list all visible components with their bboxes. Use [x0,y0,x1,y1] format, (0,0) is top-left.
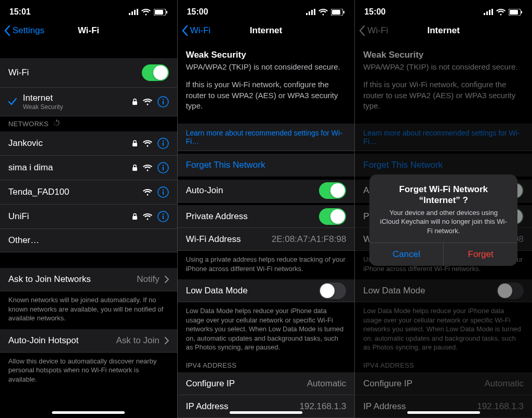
chevron-right-icon [165,337,169,344]
home-indicator[interactable] [407,411,480,414]
wifi-status-icon [141,9,151,16]
configure-ip-label: Configure IP [186,379,235,389]
svg-rect-41 [484,13,485,15]
svg-rect-43 [489,10,490,15]
auto-join-hotspot-row[interactable]: Auto-Join Hotspot Ask to Join [0,329,177,353]
weak-security-title: Weak Security [363,50,524,60]
connected-network-row[interactable]: Internet Weak Security [0,88,177,116]
network-name: Tenda_FAD100 [8,187,143,197]
cellular-signal-icon [129,9,138,15]
home-indicator[interactable] [52,411,125,414]
svg-rect-34 [306,13,308,15]
private-address-row: Private Address [178,205,355,228]
svg-rect-36 [311,10,313,15]
network-row[interactable]: sima i dima [0,156,177,180]
low-data-mode-toggle[interactable] [319,282,346,299]
auto-join-label: Auto-Join [186,185,223,196]
weak-security-line2: If this is your Wi-Fi network, configure… [363,79,524,111]
lock-icon [132,140,138,147]
svg-point-9 [162,99,163,100]
network-name: Jankovic [8,138,132,149]
wifi-strength-icon [143,189,152,196]
svg-point-32 [162,213,163,214]
low-data-mode-toggle [497,282,524,299]
forget-network-button[interactable]: Forget This Network [178,154,355,177]
wifi-address-label: Wi-Fi Address [186,234,241,245]
network-name: UniFi [8,211,132,222]
ip-address-label: IP Address [186,401,229,412]
configure-ip-row[interactable]: Configure IP Automatic [178,372,355,395]
status-bar: 15:00 [355,0,532,20]
auto-join-hotspot-value: Ask to Join [116,335,159,346]
auto-join-row: Auto-Join [178,180,355,203]
private-address-label: Private Address [186,211,248,222]
other-network-row[interactable]: Other… [0,229,177,252]
svg-rect-29 [163,191,164,195]
status-time: 15:00 [187,7,208,17]
wifi-toggle-label: Wi-Fi [8,68,29,78]
svg-line-12 [58,121,59,122]
weak-security-line1: WPA/WPA2 (TKIP) is not considered secure… [186,62,347,72]
svg-line-18 [54,121,55,122]
wifi-toggle[interactable] [142,64,169,81]
wifi-strength-icon [143,99,152,105]
svg-rect-2 [134,10,136,15]
weak-security-block: Weak Security WPA/WPA2 (TKIP) is not con… [178,43,355,124]
status-bar: 15:00 [178,0,355,20]
svg-point-21 [162,140,163,141]
network-row[interactable]: Tenda_FAD100 [0,180,177,205]
svg-line-16 [54,125,55,126]
cellular-signal-icon [306,9,315,15]
ip-address-row: IP Address 192.168.1.3 [355,395,532,418]
svg-point-25 [162,165,163,166]
svg-rect-22 [163,142,164,146]
nav-bar: Wi-Fi Internet [355,20,532,43]
chevron-right-icon [165,276,169,283]
wifi-strength-icon [143,213,152,220]
cancel-button[interactable]: Cancel [369,243,444,266]
svg-rect-44 [491,9,493,15]
home-indicator[interactable] [230,411,302,414]
ask-to-join-row[interactable]: Ask to Join Networks Notify [0,268,177,291]
alert-title: Forget Wi-Fi Network “Internet” ? [379,184,508,206]
weak-security-block: Weak Security WPA/WPA2 (TKIP) is not con… [355,43,532,124]
svg-rect-3 [137,9,138,15]
network-row[interactable]: UniFi [0,205,177,229]
svg-line-14 [58,125,59,126]
network-detail-screen: 15:00 Wi-Fi Internet Weak Security WPA/W… [178,0,355,418]
low-data-mode-label: Low Data Mode [186,286,248,296]
svg-rect-26 [163,167,164,170]
network-row[interactable]: Jankovic [0,131,177,156]
battery-icon [331,9,345,16]
wifi-strength-icon [143,140,152,147]
ip-address-row: IP Address 192.168.1.3 [178,395,355,418]
forget-button[interactable]: Forget [444,243,517,266]
info-icon[interactable] [157,138,169,149]
low-data-mode-footer: Low Data Mode helps reduce your iPhone d… [355,302,532,358]
info-icon[interactable] [157,186,169,198]
svg-rect-1 [131,11,133,15]
weak-security-line2: If this is your Wi-Fi network, configure… [186,79,347,111]
spinner-icon [53,119,60,128]
svg-rect-35 [309,11,310,15]
network-name: sima i dima [8,163,132,173]
status-time: 15:01 [9,7,31,17]
lock-icon [132,98,138,105]
info-icon[interactable] [157,211,169,222]
private-address-footer: Using a private address helps reduce tra… [178,251,355,279]
svg-rect-47 [521,11,522,14]
info-icon[interactable] [157,162,169,173]
private-address-toggle[interactable] [319,208,346,225]
svg-rect-42 [486,11,488,15]
svg-rect-33 [163,215,164,219]
auto-join-hotspot-footer: Allow this device to automatically disco… [0,353,177,390]
lock-icon [132,164,138,171]
info-icon[interactable] [157,96,169,107]
ipv4-header: IPV4 ADDRESS [178,358,355,372]
svg-rect-7 [132,101,137,105]
status-time: 15:00 [364,7,385,17]
ask-to-join-footer: Known networks will be joined automatica… [0,291,177,329]
nav-bar: Wi-Fi Internet [178,20,355,43]
learn-more-link[interactable]: Learn more about recommended settings fo… [178,124,355,151]
auto-join-toggle[interactable] [319,182,346,199]
